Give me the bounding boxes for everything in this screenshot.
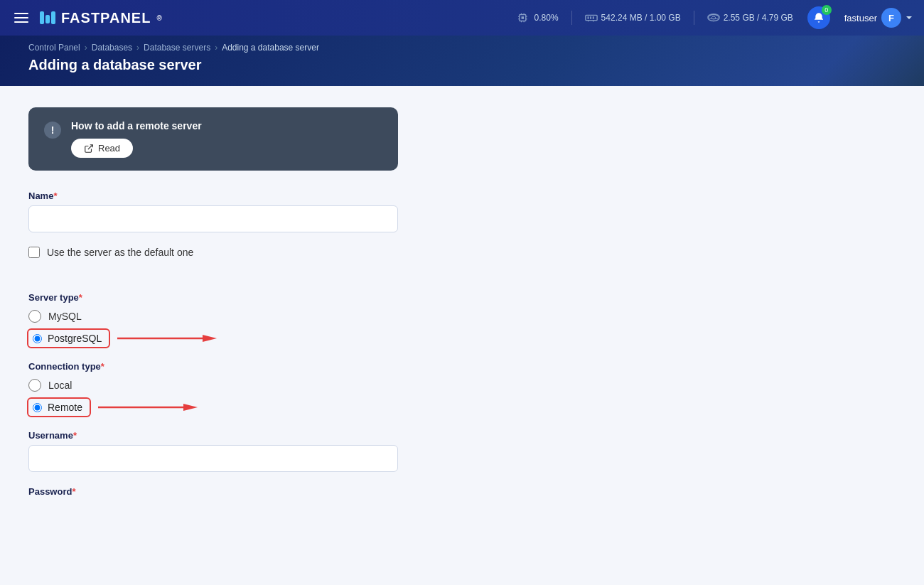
- cpu-icon: [518, 13, 531, 23]
- chevron-down-icon: [906, 16, 913, 20]
- server-type-group: Server type* MySQL PostgreSQL: [28, 292, 398, 347]
- arrow-icon-2: [98, 400, 198, 414]
- remote-radio[interactable]: [33, 403, 42, 412]
- main-content: ! How to add a remote server Read Name*: [0, 86, 924, 585]
- ram-icon: [585, 13, 598, 23]
- breadcrumb-sep-0: ›: [85, 43, 87, 53]
- server-type-label: Server type*: [28, 292, 398, 303]
- postgresql-arrow-annotation: [117, 331, 217, 345]
- notifications-bell[interactable]: 0: [807, 6, 830, 29]
- logo-text: FASTPANEL: [61, 10, 151, 26]
- mysql-label[interactable]: MySQL: [48, 311, 82, 322]
- mysql-radio[interactable]: [28, 310, 41, 323]
- ram-value: 542.24 MB / 1.00 GB: [601, 13, 681, 23]
- remote-arrow-annotation: [98, 400, 198, 414]
- user-avatar: F: [881, 8, 901, 28]
- local-label[interactable]: Local: [48, 380, 72, 391]
- username-label: Username*: [28, 430, 398, 441]
- read-button-label: Read: [98, 143, 120, 154]
- info-card-content: How to add a remote server Read: [71, 120, 202, 158]
- external-link-icon: [84, 144, 94, 154]
- read-button[interactable]: Read: [71, 139, 133, 158]
- svg-rect-1: [521, 16, 524, 19]
- svg-rect-11: [587, 16, 589, 19]
- header-area: Control Panel › Databases › Database ser…: [0, 36, 924, 86]
- svg-rect-12: [590, 16, 591, 19]
- logo: FASTPANEL®: [40, 10, 163, 26]
- hamburger-menu[interactable]: [11, 10, 31, 26]
- breadcrumb-item-0[interactable]: Control Panel: [28, 43, 80, 53]
- page-title: Adding a database server: [28, 57, 896, 73]
- username: fastuser: [844, 13, 877, 23]
- notification-badge: 0: [822, 5, 832, 15]
- bell-icon: [813, 12, 824, 23]
- postgresql-option-row: PostgreSQL: [28, 330, 398, 347]
- disk-icon: [707, 13, 720, 23]
- cpu-stat: 0.80%: [518, 13, 559, 23]
- svg-point-18: [711, 16, 715, 19]
- user-menu[interactable]: fastuser F: [844, 8, 913, 28]
- disk-value: 2.55 GB / 4.79 GB: [724, 13, 793, 23]
- password-group: Password*: [28, 486, 398, 497]
- name-group: Name*: [28, 190, 398, 232]
- local-option: Local: [28, 379, 398, 392]
- default-checkbox-group: Use the server as the default one: [28, 247, 398, 258]
- postgresql-radio[interactable]: [33, 334, 42, 343]
- cpu-value: 0.80%: [534, 13, 559, 23]
- name-label: Name*: [28, 190, 398, 201]
- postgresql-label[interactable]: PostgreSQL: [48, 333, 102, 344]
- remote-label[interactable]: Remote: [48, 402, 82, 413]
- local-radio[interactable]: [28, 379, 41, 392]
- navbar-stats: 0.80% 542.24 MB / 1.00 GB 2.55 GB / 4.79…: [518, 11, 793, 25]
- breadcrumb-current: Adding a database server: [222, 43, 319, 53]
- password-label: Password*: [28, 486, 398, 497]
- breadcrumb: Control Panel › Databases › Database ser…: [28, 43, 896, 53]
- default-server-label[interactable]: Use the server as the default one: [47, 247, 193, 258]
- info-icon: !: [44, 122, 61, 139]
- arrow-icon: [117, 331, 217, 345]
- default-server-checkbox[interactable]: [28, 247, 40, 258]
- svg-point-16: [708, 15, 719, 21]
- svg-line-19: [88, 144, 92, 149]
- remote-option-row: Remote: [28, 399, 398, 416]
- postgresql-highlighted: PostgreSQL: [28, 330, 109, 347]
- breadcrumb-item-1[interactable]: Databases: [92, 43, 132, 53]
- disk-stat: 2.55 GB / 4.79 GB: [707, 13, 793, 23]
- username-group: Username*: [28, 430, 398, 472]
- navbar: FASTPANEL® 0.80%: [0, 0, 924, 36]
- svg-marker-21: [203, 335, 217, 342]
- breadcrumb-item-2[interactable]: Database servers: [144, 43, 210, 53]
- breadcrumb-sep-2: ›: [215, 43, 217, 53]
- form-section: Name* Use the server as the default one …: [28, 190, 398, 497]
- ram-stat: 542.24 MB / 1.00 GB: [585, 13, 681, 23]
- breadcrumb-sep-1: ›: [136, 43, 139, 53]
- connection-type-group: Connection type* Local Remote: [28, 361, 398, 416]
- remote-highlighted: Remote: [28, 399, 90, 416]
- mysql-option: MySQL: [28, 310, 398, 323]
- svg-marker-23: [183, 404, 198, 411]
- info-card: ! How to add a remote server Read: [28, 107, 398, 171]
- info-card-title: How to add a remote server: [71, 120, 202, 132]
- logo-trademark: ®: [156, 14, 162, 22]
- connection-type-label: Connection type*: [28, 361, 398, 372]
- logo-icon: [40, 11, 55, 24]
- name-input[interactable]: [28, 205, 398, 232]
- svg-rect-13: [592, 16, 593, 19]
- username-input[interactable]: [28, 445, 398, 472]
